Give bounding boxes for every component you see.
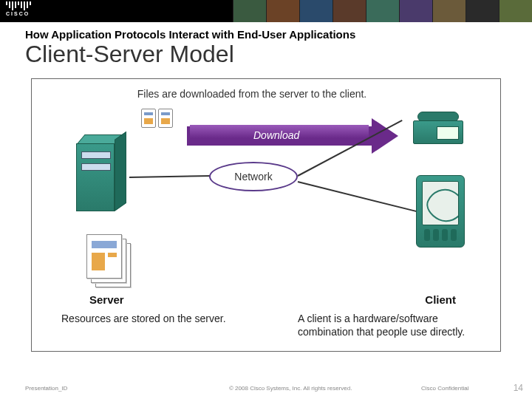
slide: cisco How Application Protocols Interact…	[0, 0, 532, 399]
cisco-logo: cisco	[6, 1, 31, 16]
server-label: Server	[89, 293, 124, 306]
network-wire-left	[129, 175, 212, 178]
phone-icon	[413, 109, 465, 146]
header-photo-strip	[233, 0, 532, 22]
slide-title: Client-Server Model	[0, 41, 532, 71]
server-caption: Resources are stored on the server.	[61, 313, 253, 326]
footer-confidential: Cisco Confidential	[421, 385, 468, 392]
server-icon	[76, 134, 128, 212]
client-caption: A client is a hardware/software combinat…	[298, 313, 490, 338]
diagram-top-caption: Files are downloaded from the server to …	[112, 88, 392, 100]
top-bar: cisco	[0, 0, 532, 22]
network-label: Network	[234, 171, 272, 183]
footer: Presentation_ID © 2008 Cisco Systems, In…	[0, 377, 532, 399]
slide-subheading: How Application Protocols Interact with …	[0, 22, 532, 41]
cisco-logo-bars	[6, 1, 31, 10]
file-icons-top	[141, 109, 173, 128]
diagram-frame: Files are downloaded from the server to …	[31, 78, 501, 352]
file-icon	[141, 109, 156, 128]
download-label: Download	[253, 129, 299, 141]
network-node: Network	[209, 162, 298, 191]
client-label: Client	[425, 293, 456, 306]
pda-icon	[416, 175, 465, 248]
footer-presentation-id: Presentation_ID	[25, 385, 67, 392]
footer-copyright: © 2008 Cisco Systems, Inc. All rights re…	[229, 385, 352, 392]
footer-page-number: 14	[514, 383, 523, 393]
file-icon	[158, 109, 173, 128]
cisco-logo-text: cisco	[6, 11, 31, 16]
network-wire-bottom-right	[298, 181, 420, 213]
